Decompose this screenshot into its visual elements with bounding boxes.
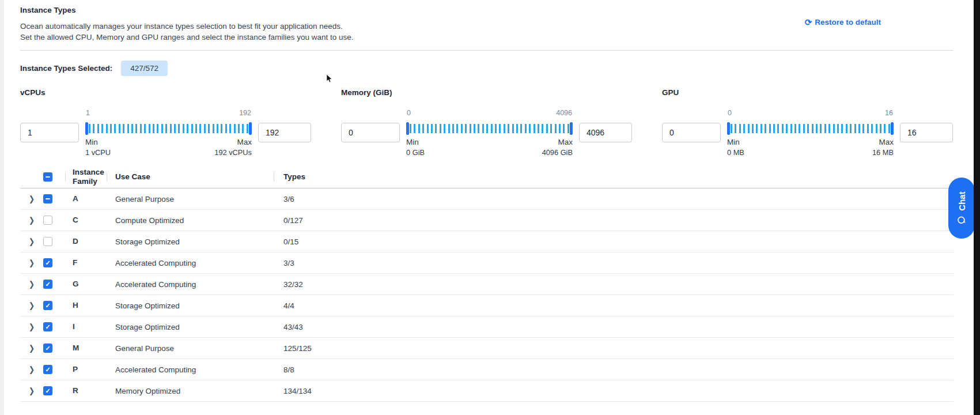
instance-family-value: F [73,258,77,267]
selected-summary-label: Instance Types Selected: [20,64,112,73]
slider-max-handle[interactable] [570,122,573,135]
expand-chevron-icon[interactable]: ❯ [29,365,35,374]
column-header-types: Types [274,172,953,181]
expand-chevron-icon[interactable]: ❯ [29,258,35,267]
use-case-value: General Purpose [115,344,174,353]
instance-family-row[interactable]: ❯ ✓ R Memory Optimized 134/134 [20,380,953,402]
selected-summary: Instance Types Selected: 427/572 [20,61,953,76]
refresh-icon: ⟳ [805,18,812,27]
range-sliders-row: vCPUs 1 192 Min Max 1 vCPU [20,88,953,157]
min-value-input[interactable] [341,123,400,142]
row-checkbox[interactable]: ✓ [43,258,52,267]
min-value-input[interactable] [20,123,79,142]
slider-max-tick-label: 192 [239,109,251,118]
row-checkbox[interactable]: ✓ [43,280,52,289]
column-header-use-case: Use Case [107,172,274,181]
chat-bubble-icon [957,215,967,225]
restore-to-default-button[interactable]: ⟳ Restore to default [805,18,881,27]
types-count-value: 134/134 [283,387,312,395]
types-count-value: 0/15 [283,237,298,246]
slider-max-handle[interactable] [891,122,894,135]
slider: 1 192 Min Max 1 vCPU 192 vCPUs [85,109,252,157]
types-count-value: 8/8 [283,365,294,374]
slider: 0 16 Min Max 0 MB 16 MB [727,109,894,157]
instance-family-row[interactable]: ❯ ✓ H Storage Optimized 4/4 [20,295,953,316]
row-checkbox[interactable]: ✓ [43,322,52,331]
expand-chevron-icon[interactable]: ❯ [29,386,35,395]
slider-min-handle[interactable] [85,122,88,135]
types-count-value: 3/6 [283,195,294,203]
range-slider-section: GPU 0 16 Min Max 0 MB 16 [662,88,953,157]
instance-family-row[interactable]: ❯ C Compute Optimized 0/127 [20,210,953,231]
row-checkbox[interactable]: ✓ [43,344,52,353]
slider-track[interactable] [85,122,252,135]
types-count-value: 0/127 [283,216,303,225]
use-case-value: Storage Optimized [115,301,180,310]
row-checkbox[interactable]: ✓ [43,301,52,310]
instance-family-row[interactable]: ❯ ✓ F Accelerated Computing 3/3 [20,252,953,274]
max-label: Max [879,138,894,146]
column-separator [107,172,107,182]
table-header-row: Instance Family Use Case Types [20,165,953,188]
column-separator [274,172,274,182]
types-count-value: 3/3 [283,259,294,267]
instance-family-value: R [73,386,78,395]
expand-chevron-icon[interactable]: ❯ [29,237,35,246]
slider-track[interactable] [727,122,894,135]
mouse-cursor [326,74,332,83]
expand-chevron-icon[interactable]: ❯ [29,280,35,289]
instance-family-row[interactable]: ❯ D Storage Optimized 0/15 [20,231,953,252]
expand-chevron-icon[interactable]: ❯ [29,194,35,203]
screen-edge-left-bar [0,0,4,415]
min-value-input[interactable] [662,123,721,142]
slider-max-tick-label: 16 [885,109,893,118]
slider-track[interactable] [406,122,573,135]
instance-family-row[interactable]: ❯ ✓ P Accelerated Computing 8/8 [20,359,953,380]
chat-button[interactable]: Chat [948,178,975,239]
slider-max-tick-label: 4096 [556,109,572,118]
instance-family-value: A [73,194,78,203]
expand-chevron-icon[interactable]: ❯ [29,216,35,225]
use-case-value: Compute Optimized [115,216,184,225]
instance-family-row[interactable]: ❯ A General Purpose 3/6 [20,188,953,210]
types-count-value: 125/125 [283,344,312,353]
slider-ticks [410,124,569,133]
screen-edge-right-bar [974,0,980,415]
types-header-label: Types [283,172,305,181]
instance-family-table: Instance Family Use Case Types ❯ A Gener… [20,165,953,402]
range-slider-section: Memory (GiB) 0 4096 Min Max 0 GiB [341,88,632,157]
expand-chevron-icon[interactable]: ❯ [29,322,35,331]
max-value-input[interactable] [900,123,953,142]
slider-title: Memory (GiB) [341,88,632,97]
use-case-value: Storage Optimized [115,237,180,246]
instance-family-row[interactable]: ❯ ✓ I Storage Optimized 43/43 [20,316,953,338]
chat-button-label: Chat [957,191,967,210]
expand-chevron-icon[interactable]: ❯ [29,344,35,353]
slider-ticks [731,124,890,133]
select-all-checkbox[interactable] [43,172,52,182]
use-case-value: General Purpose [115,195,174,203]
expand-chevron-icon[interactable]: ❯ [29,301,35,310]
slider-title: vCPUs [20,88,311,97]
use-case-value: Accelerated Computing [115,365,196,374]
slider-max-handle[interactable] [249,122,252,135]
min-sublabel: 1 vCPU [85,148,111,157]
page-title: Instance Types [20,6,953,14]
row-checkbox[interactable] [43,237,52,246]
instance-family-value: D [73,237,78,246]
description-line-2: Set the allowed CPU, Memory and GPU rang… [20,32,953,43]
slider-min-handle[interactable] [727,122,730,135]
max-value-input[interactable] [579,123,632,142]
slider-min-handle[interactable] [406,122,409,135]
row-checkbox[interactable]: ✓ [43,386,52,395]
instance-family-row[interactable]: ❯ ✓ G Accelerated Computing 32/32 [20,274,953,295]
instance-types-panel: Instance Types Ocean automatically manag… [0,0,980,402]
max-value-input[interactable] [258,123,311,142]
instance-family-row[interactable]: ❯ ✓ M General Purpose 125/125 [20,338,953,359]
slider-min-tick-label: 0 [407,109,411,118]
row-checkbox[interactable]: ✓ [43,365,52,374]
row-checkbox[interactable] [43,216,52,225]
slider-min-tick-label: 1 [86,109,90,118]
row-checkbox[interactable] [43,194,52,203]
min-sublabel: 0 GiB [406,148,425,157]
